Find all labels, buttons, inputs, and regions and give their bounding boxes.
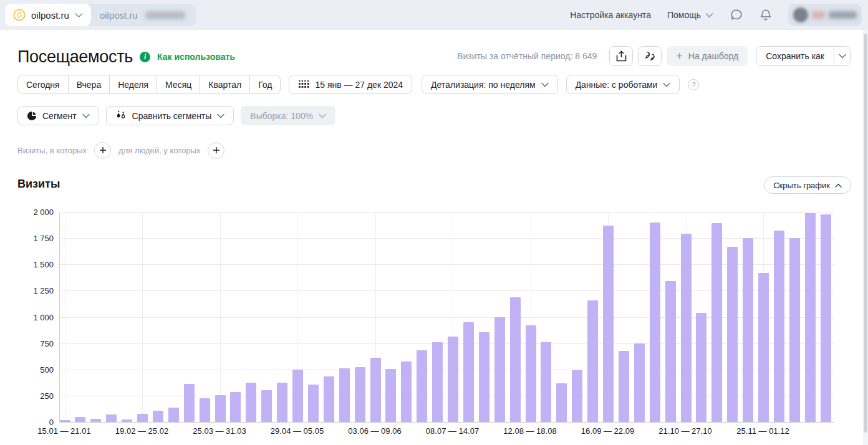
bar[interactable] xyxy=(153,411,163,422)
detail-select[interactable]: Детализация: по неделям xyxy=(422,75,558,94)
x-axis-label: 29.04 — 05.05 xyxy=(271,426,324,436)
counter-dropdown[interactable]: oilpost.ru xyxy=(5,4,91,26)
compare-segments-button[interactable]: Сравнить сегменты xyxy=(106,106,234,125)
bar[interactable] xyxy=(355,367,365,422)
bar[interactable] xyxy=(277,383,287,422)
y-axis-label: 1 000 xyxy=(11,313,54,322)
hide-chart-button[interactable]: Скрыть график xyxy=(764,176,851,194)
tab-week[interactable]: Неделя xyxy=(109,75,157,93)
bar[interactable] xyxy=(106,414,117,422)
bar[interactable] xyxy=(339,368,350,422)
how-to-use-link[interactable]: Как использовать xyxy=(157,52,235,62)
segment-button[interactable]: Сегмент xyxy=(17,106,99,125)
bar[interactable] xyxy=(137,414,148,422)
bar[interactable] xyxy=(556,383,567,422)
help-menu[interactable]: Помощь xyxy=(667,10,713,20)
bar[interactable] xyxy=(681,234,692,422)
bar[interactable] xyxy=(215,395,226,422)
bar[interactable] xyxy=(90,419,101,422)
bar[interactable] xyxy=(401,361,412,422)
bar[interactable] xyxy=(805,213,816,422)
bar[interactable] xyxy=(324,376,334,422)
bar[interactable] xyxy=(510,297,521,423)
help-question-icon[interactable]: ? xyxy=(688,79,699,90)
bar[interactable] xyxy=(526,325,536,422)
bar[interactable] xyxy=(603,226,614,422)
chart-section-title: Визиты xyxy=(17,178,60,191)
tab-month[interactable]: Месяц xyxy=(157,75,200,93)
bar[interactable] xyxy=(665,281,676,422)
x-gridline xyxy=(65,213,65,422)
x-gridline xyxy=(220,213,221,422)
bar[interactable] xyxy=(743,238,753,422)
bar[interactable] xyxy=(650,222,660,422)
feedback-bubble-icon[interactable] xyxy=(730,8,743,22)
bar[interactable] xyxy=(541,342,551,422)
tab-yesterday[interactable]: Вчера xyxy=(68,75,110,93)
y-axis-label: 750 xyxy=(11,339,54,348)
bar[interactable] xyxy=(168,408,179,422)
sampling-select[interactable]: Выборка: 100% xyxy=(241,106,335,125)
counter-name: oilpost.ru xyxy=(31,10,69,21)
y-axis-label: 0 xyxy=(11,418,54,427)
bar[interactable] xyxy=(789,238,800,422)
bar[interactable] xyxy=(619,351,629,422)
bar[interactable] xyxy=(587,300,598,422)
save-as-dropdown[interactable] xyxy=(834,47,850,65)
bar[interactable] xyxy=(261,390,272,422)
account-settings-link[interactable]: Настройка аккаунта xyxy=(570,10,651,20)
detail-label: Детализация: по неделям xyxy=(431,80,536,90)
bar[interactable] xyxy=(758,273,769,422)
bar[interactable] xyxy=(494,317,505,423)
bar[interactable] xyxy=(60,420,70,422)
scrollbar-thumb[interactable] xyxy=(864,34,867,433)
date-range-label: 15 янв — 27 дек 2024 xyxy=(315,80,403,90)
export-button[interactable] xyxy=(609,46,633,66)
tab-year[interactable]: Год xyxy=(249,75,280,93)
add-people-filter-button[interactable] xyxy=(208,142,224,159)
data-mode-select[interactable]: Данные: с роботами xyxy=(566,75,680,94)
counter-domain: oilpost.ru xyxy=(100,10,138,21)
bar[interactable] xyxy=(448,337,458,422)
bar[interactable] xyxy=(432,342,443,422)
compare-segments-label: Сравнить сегменты xyxy=(132,111,212,121)
bar[interactable] xyxy=(479,332,489,422)
y-gridline xyxy=(60,212,834,213)
bar[interactable] xyxy=(75,417,85,422)
bar[interactable] xyxy=(200,398,210,422)
x-axis-label: 16.09 — 22.09 xyxy=(581,426,634,436)
counter-id-area[interactable]: oilpost.ru xyxy=(84,4,196,26)
bar[interactable] xyxy=(821,214,831,422)
bar[interactable] xyxy=(572,370,582,422)
tab-quarter[interactable]: Квартал xyxy=(200,75,249,93)
add-to-dashboard-button[interactable]: + На дашборд xyxy=(667,46,748,66)
save-as-button[interactable]: Сохранить как xyxy=(756,47,834,65)
date-range-button[interactable]: 15 янв — 27 дек 2024 xyxy=(289,75,412,94)
bar[interactable] xyxy=(417,350,427,422)
x-axis-label: 12.08 — 18.08 xyxy=(503,426,556,436)
bar[interactable] xyxy=(774,231,784,422)
chevron-down-icon xyxy=(839,54,846,59)
notifications-bell-icon[interactable] xyxy=(760,8,772,22)
bar[interactable] xyxy=(246,383,256,422)
tab-today[interactable]: Сегодня xyxy=(18,75,68,93)
bar[interactable] xyxy=(696,313,706,422)
bar[interactable] xyxy=(230,392,241,422)
bar[interactable] xyxy=(634,343,645,422)
bar[interactable] xyxy=(370,358,381,422)
add-visit-filter-button[interactable] xyxy=(94,142,111,159)
bar[interactable] xyxy=(711,223,722,422)
bar[interactable] xyxy=(727,247,738,422)
drops-icon xyxy=(115,110,127,121)
bar[interactable] xyxy=(184,384,195,422)
bar[interactable] xyxy=(385,369,396,422)
page-scrollbar xyxy=(863,30,868,445)
bar[interactable] xyxy=(122,419,132,422)
y-axis-label: 1 250 xyxy=(11,286,54,295)
bar[interactable] xyxy=(308,385,319,422)
bar[interactable] xyxy=(463,322,474,422)
annotations-button[interactable] xyxy=(638,46,662,66)
y-axis-label: 1 750 xyxy=(11,234,54,243)
user-account-menu[interactable] xyxy=(788,4,862,26)
bar[interactable] xyxy=(292,370,303,422)
